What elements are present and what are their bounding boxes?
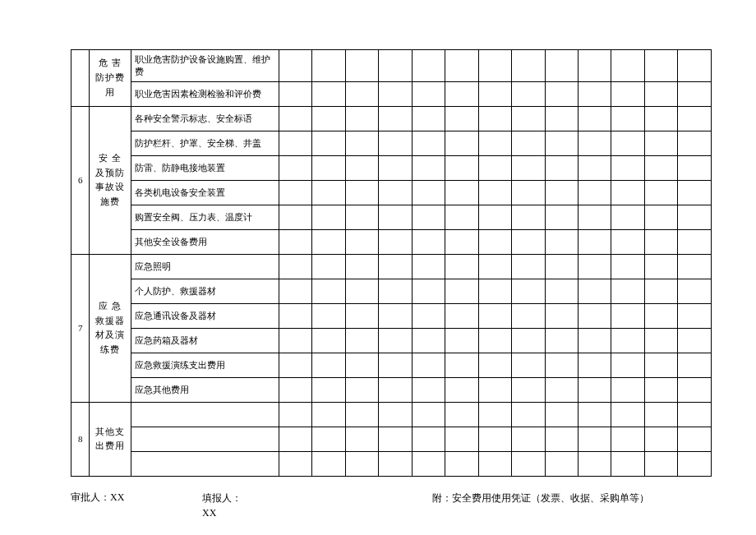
expense-table: 危 害防护费用 职业危害防护设备设施购置、维护费 职业危害因素检测检验和评价费 … [71, 49, 712, 477]
item-label [131, 451, 279, 476]
category-hazard-protection: 危 害防护费用 [90, 50, 131, 107]
item-label: 应急照明 [131, 254, 279, 279]
item-label: 个人防护、救援器材 [131, 279, 279, 303]
category-other-expense: 其他支出费用 [90, 402, 131, 476]
item-label: 防雷、防静电接地装置 [131, 155, 279, 180]
item-label: 其他安全设备费用 [131, 229, 279, 254]
approver-label: 审批人： [71, 491, 110, 503]
item-label: 应急救援演练支出费用 [131, 353, 279, 377]
row-number: 6 [71, 106, 90, 254]
table-row: 8 其他支出费用 [71, 402, 712, 427]
table-row: 各类机电设备安全装置 [71, 180, 712, 205]
category-emergency-rescue: 应 急救援器材及演练费 [90, 254, 131, 402]
table-row: 应急通讯设备及器材 [71, 303, 712, 328]
table-row: 危 害防护费用 职业危害防护设备设施购置、维护费 [71, 50, 712, 82]
item-label [131, 402, 279, 427]
table-row: 个人防护、救援器材 [71, 279, 712, 303]
table-row: 职业危害因素检测检验和评价费 [71, 81, 712, 106]
item-label: 应急通讯设备及器材 [131, 303, 279, 328]
item-label: 各类机电设备安全装置 [131, 180, 279, 205]
approver-value: XX [110, 491, 124, 503]
table-row: 应急药箱及器材 [71, 328, 712, 353]
table-row: 防护栏杆、护罩、安全梯、井盖 [71, 131, 712, 155]
item-label: 职业危害防护设备设施购置、维护费 [131, 50, 279, 82]
table-row: 购置安全阀、压力表、温度计 [71, 205, 712, 229]
table-row: 应急其他费用 [71, 377, 712, 402]
table-row [71, 451, 712, 476]
table-row: 6 安 全及预防事故设施费 各种安全警示标志、安全标语 [71, 106, 712, 131]
reporter-label: 填报人： [202, 492, 242, 504]
row-number: 7 [71, 254, 90, 402]
footer: 审批人：XX 填报人： XX 附：安全费用使用凭证（发票、收据、采购单等） [71, 491, 712, 520]
item-label [131, 427, 279, 451]
reporter-field: 填报人： XX [202, 491, 432, 520]
table-row: 应急救援演练支出费用 [71, 353, 712, 377]
item-label: 防护栏杆、护罩、安全梯、井盖 [131, 131, 279, 155]
table-row: 防雷、防静电接地装置 [71, 155, 712, 180]
item-label: 应急药箱及器材 [131, 328, 279, 353]
item-label: 购置安全阀、压力表、温度计 [131, 205, 279, 229]
item-label: 职业危害因素检测检验和评价费 [131, 81, 279, 106]
row-number: 8 [71, 402, 90, 476]
approver-field: 审批人：XX [71, 491, 202, 520]
table-row: 其他安全设备费用 [71, 229, 712, 254]
attachment-note: 附：安全费用使用凭证（发票、收据、采购单等） [432, 491, 712, 520]
category-safety-facility: 安 全及预防事故设施费 [90, 106, 131, 254]
item-label: 应急其他费用 [131, 377, 279, 402]
table-row [71, 427, 712, 451]
expense-table-wrap: 危 害防护费用 职业危害防护设备设施购置、维护费 职业危害因素检测检验和评价费 … [71, 49, 712, 477]
table-row: 7 应 急救援器材及演练费 应急照明 [71, 254, 712, 279]
item-label: 各种安全警示标志、安全标语 [131, 106, 279, 131]
reporter-value: XX [202, 507, 216, 519]
